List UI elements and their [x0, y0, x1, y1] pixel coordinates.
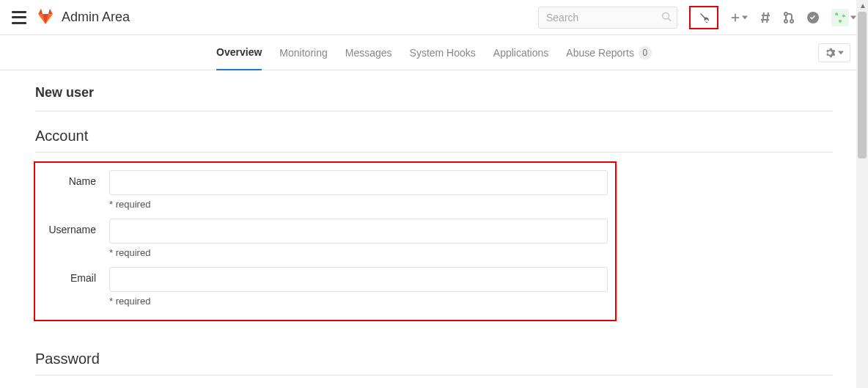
settings-dropdown[interactable] — [818, 43, 850, 62]
username-field[interactable] — [109, 219, 608, 244]
tab-monitoring[interactable]: Monitoring — [279, 36, 327, 70]
page-title: New user — [35, 70, 833, 111]
tab-abuse-reports[interactable]: Abuse Reports 0 — [566, 36, 652, 70]
section-password-heading: Password — [35, 334, 833, 375]
scrollbar[interactable]: ▲ — [856, 0, 868, 388]
new-dropdown-icon[interactable] — [730, 12, 748, 23]
search-input[interactable] — [538, 7, 677, 29]
tab-label: Abuse Reports — [566, 47, 634, 59]
tab-label: System Hooks — [410, 47, 476, 59]
name-field[interactable] — [109, 170, 608, 195]
tab-system-hooks[interactable]: System Hooks — [410, 36, 476, 70]
section-account-body: Name * required Username * required Emai… — [35, 153, 833, 334]
svg-point-6 — [784, 12, 787, 15]
name-help: * required — [109, 199, 608, 210]
topbar: Admin Area — [0, 0, 868, 35]
name-label: Name — [43, 170, 109, 187]
menu-icon[interactable] — [12, 11, 26, 24]
tab-label: Overview — [216, 46, 262, 58]
todo-check-icon[interactable] — [806, 11, 820, 24]
username-label: Username — [43, 219, 109, 235]
scroll-thumb[interactable] — [858, 12, 867, 158]
gitlab-logo[interactable] — [37, 7, 54, 27]
chevron-down-icon — [838, 50, 844, 56]
svg-point-7 — [784, 20, 787, 23]
password-label: Password — [35, 384, 167, 388]
form-row-username: Username * required — [43, 219, 608, 258]
email-label: Email — [43, 267, 109, 284]
app-title: Admin Area — [62, 10, 130, 25]
tab-overview[interactable]: Overview — [216, 36, 262, 70]
tab-applications[interactable]: Applications — [493, 36, 549, 70]
form-row-name: Name * required — [43, 170, 608, 210]
tab-label: Messages — [345, 47, 392, 59]
avatar — [831, 9, 849, 26]
section-account-heading: Account — [35, 111, 833, 152]
username-help: * required — [109, 247, 608, 258]
user-avatar-dropdown[interactable] — [831, 9, 856, 26]
hash-icon[interactable] — [760, 12, 771, 23]
svg-line-4 — [762, 12, 764, 23]
subnav: Overview Monitoring Messages System Hook… — [0, 35, 868, 70]
section-password-body: Password Reset link will be generated an… — [35, 376, 833, 388]
tab-label: Applications — [493, 47, 549, 59]
svg-point-8 — [790, 20, 793, 23]
gear-icon — [825, 48, 835, 58]
tab-messages[interactable]: Messages — [345, 36, 392, 70]
form-row-email: Email * required — [43, 267, 608, 307]
admin-wrench-icon[interactable] — [689, 6, 718, 29]
svg-line-5 — [767, 12, 768, 23]
form-row-password: Password Reset link will be generated an… — [35, 384, 833, 388]
tab-label: Monitoring — [279, 47, 327, 59]
content: New user Account Name * required Usernam… — [0, 70, 868, 388]
toolbar-icons — [689, 6, 856, 29]
password-info-line1: Reset link will be generated and sent to… — [167, 384, 833, 388]
abuse-badge: 0 — [639, 46, 652, 59]
scroll-up-icon: ▲ — [859, 1, 867, 10]
email-field[interactable] — [109, 267, 608, 292]
account-highlight-box: Name * required Username * required Emai… — [34, 161, 617, 321]
merge-request-icon[interactable] — [783, 12, 795, 23]
search-wrap — [538, 7, 677, 29]
email-help: * required — [109, 296, 608, 307]
